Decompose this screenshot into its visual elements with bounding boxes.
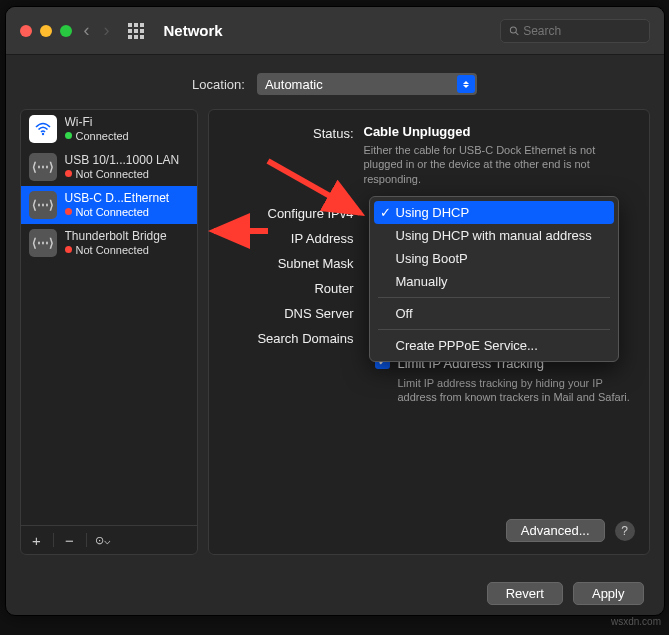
iface-name: Thunderbolt Bridge xyxy=(65,230,167,244)
interface-sidebar: Wi-FiConnected ⟨⋯⟩ USB 10/1...1000 LANNo… xyxy=(20,109,198,555)
remove-interface-button[interactable]: − xyxy=(60,530,80,550)
watermark: wsxdn.com xyxy=(611,616,661,627)
location-label: Location: xyxy=(192,77,245,92)
wifi-icon xyxy=(29,115,57,143)
iface-status: Not Connected xyxy=(76,168,149,181)
iface-status: Connected xyxy=(76,130,129,143)
advanced-button[interactable]: Advanced... xyxy=(506,519,605,542)
dropdown-item-off[interactable]: Off xyxy=(370,302,618,325)
body: Wi-FiConnected ⟨⋯⟩ USB 10/1...1000 LANNo… xyxy=(6,109,664,569)
dropdown-item-bootp[interactable]: Using BootP xyxy=(370,247,618,270)
search-input[interactable] xyxy=(523,24,640,38)
sidebar-footer: + − ⊙⌵ xyxy=(21,525,197,554)
svg-point-2 xyxy=(41,133,43,135)
iface-status: Not Connected xyxy=(76,206,149,219)
iface-name: Wi-Fi xyxy=(65,116,129,130)
titlebar: ‹ › Network xyxy=(6,7,664,55)
sidebar-item-usbc-ethernet[interactable]: ⟨⋯⟩ USB-C D...EthernetNot Connected xyxy=(21,186,197,224)
svg-line-1 xyxy=(515,32,518,35)
dropdown-item-pppoe[interactable]: Create PPPoE Service... xyxy=(370,334,618,357)
sidebar-item-usb-lan[interactable]: ⟨⋯⟩ USB 10/1...1000 LANNot Connected xyxy=(21,148,197,186)
select-stepper-icon xyxy=(457,75,475,93)
status-dot-icon xyxy=(65,132,72,139)
sidebar-item-wifi[interactable]: Wi-FiConnected xyxy=(21,110,197,148)
svg-point-0 xyxy=(510,26,516,32)
status-dot-icon xyxy=(65,170,72,177)
status-value: Cable Unplugged xyxy=(364,124,471,139)
location-row: Location: Automatic xyxy=(6,55,664,109)
more-actions-button[interactable]: ⊙⌵ xyxy=(93,530,113,550)
dropdown-item-manually[interactable]: Manually xyxy=(370,270,618,293)
window-controls xyxy=(20,25,72,37)
minimize-button[interactable] xyxy=(40,25,52,37)
close-button[interactable] xyxy=(20,25,32,37)
help-button[interactable]: ? xyxy=(615,521,635,541)
iface-name: USB 10/1...1000 LAN xyxy=(65,154,180,168)
ethernet-icon: ⟨⋯⟩ xyxy=(29,229,57,257)
add-interface-button[interactable]: + xyxy=(27,530,47,550)
footer-buttons: Revert Apply xyxy=(487,582,644,605)
advanced-row: Advanced... ? xyxy=(506,519,635,542)
window-title: Network xyxy=(164,22,223,39)
location-select[interactable]: Automatic xyxy=(257,73,477,95)
configure-ipv4-dropdown[interactable]: Using DHCP Using DHCP with manual addres… xyxy=(369,196,619,362)
status-label: Status: xyxy=(209,124,364,141)
status-row: Status: Cable Unplugged Either the cable… xyxy=(209,124,631,186)
ethernet-icon: ⟨⋯⟩ xyxy=(29,191,57,219)
iface-name: USB-C D...Ethernet xyxy=(65,192,170,206)
search-icon xyxy=(509,25,520,37)
main-panel: Status: Cable Unplugged Either the cable… xyxy=(208,109,650,555)
status-dot-icon xyxy=(65,246,72,253)
interface-list: Wi-FiConnected ⟨⋯⟩ USB 10/1...1000 LANNo… xyxy=(21,110,197,525)
limit-tracking-note: Limit IP address tracking by hiding your… xyxy=(398,376,631,405)
status-dot-icon xyxy=(65,208,72,215)
dropdown-separator xyxy=(378,329,610,330)
revert-button[interactable]: Revert xyxy=(487,582,563,605)
status-note: Either the cable for USB-C Dock Ethernet… xyxy=(364,143,624,186)
dropdown-item-dhcp[interactable]: Using DHCP xyxy=(374,201,614,224)
zoom-button[interactable] xyxy=(60,25,72,37)
dropdown-separator xyxy=(378,297,610,298)
back-button[interactable]: ‹ xyxy=(82,20,92,41)
ethernet-icon: ⟨⋯⟩ xyxy=(29,153,57,181)
search-field[interactable] xyxy=(500,19,650,43)
preferences-window: ‹ › Network Location: Automatic Wi-FiCon… xyxy=(5,6,665,616)
dropdown-item-dhcp-manual[interactable]: Using DHCP with manual address xyxy=(370,224,618,247)
iface-status: Not Connected xyxy=(76,244,149,257)
apply-button[interactable]: Apply xyxy=(573,582,644,605)
sidebar-item-thunderbolt[interactable]: ⟨⋯⟩ Thunderbolt BridgeNot Connected xyxy=(21,224,197,262)
forward-button[interactable]: › xyxy=(102,20,112,41)
location-value: Automatic xyxy=(265,77,323,92)
show-all-icon[interactable] xyxy=(128,23,144,39)
